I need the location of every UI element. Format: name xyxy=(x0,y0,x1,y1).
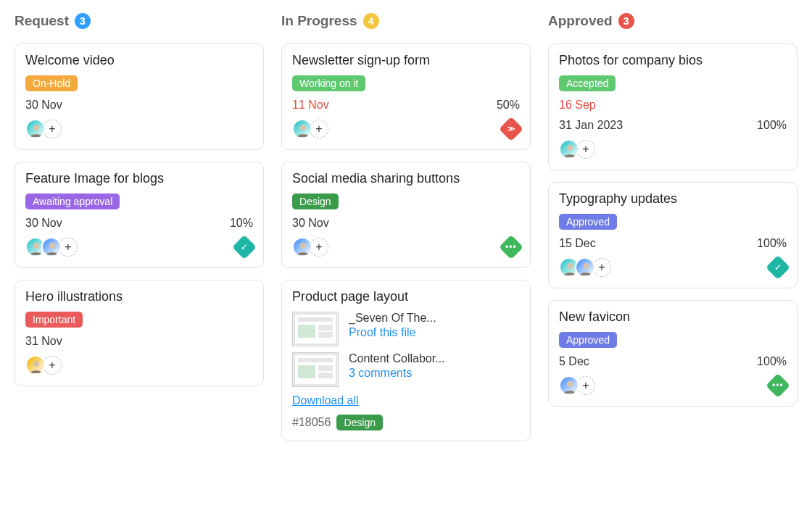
status-pill: Approved xyxy=(559,332,617,348)
assignees: + xyxy=(25,355,62,375)
card-date: 11 Nov xyxy=(292,99,329,112)
card-date-secondary: 31 Jan 2023 xyxy=(559,119,623,132)
svg-point-2 xyxy=(49,243,55,249)
avatar xyxy=(292,119,312,139)
status-pill: Important xyxy=(25,312,83,328)
card[interactable]: New faviconApproved 5 Dec 100% + ••• xyxy=(548,300,798,407)
column: Approved 3 Photos for company biosAccept… xyxy=(548,13,798,441)
card[interactable]: Typography updatesApproved 15 Dec 100% +… xyxy=(548,182,798,288)
assignees: + xyxy=(559,139,595,159)
svg-point-5 xyxy=(300,243,306,249)
card-date: 30 Nov xyxy=(292,217,329,230)
card-title: Hero illustrations xyxy=(25,289,253,304)
status-pill: On-Hold xyxy=(25,75,78,91)
column-title: In Progress xyxy=(281,13,357,29)
assignees: + xyxy=(25,119,62,139)
status-pill: Design xyxy=(336,415,383,430)
avatar xyxy=(292,237,312,257)
column-title: Approved xyxy=(548,13,613,29)
status-pill: Approved xyxy=(559,214,617,230)
column-count-badge: 3 xyxy=(75,13,91,29)
column-header: Approved 3 xyxy=(548,13,798,32)
card-date: 31 Nov xyxy=(25,335,62,348)
svg-point-3 xyxy=(33,361,39,367)
card-title: Feature Image for blogs xyxy=(25,171,253,186)
download-all-link[interactable]: Download all xyxy=(292,394,359,407)
attachment-thumb xyxy=(292,312,339,346)
status-pill: Design xyxy=(292,194,339,209)
svg-rect-7 xyxy=(298,317,333,322)
card-title: Social media sharing buttons xyxy=(292,171,520,186)
assignees: + xyxy=(559,375,595,396)
card-title: Newsletter sign-up form xyxy=(292,53,520,68)
column-header: Request 3 xyxy=(14,13,264,32)
avatar xyxy=(25,355,46,375)
column-title: Request xyxy=(14,13,69,29)
card[interactable]: Photos for company biosAccepted16 Sep 31… xyxy=(548,43,798,170)
card[interactable]: Product page layout _Seven Of The... Pro… xyxy=(281,280,531,441)
svg-rect-9 xyxy=(318,325,333,330)
svg-point-0 xyxy=(33,125,39,130)
svg-point-1 xyxy=(33,243,39,249)
card-title: Photos for company bios xyxy=(559,53,787,68)
status-pill: Awaiting approval xyxy=(25,194,120,209)
card[interactable]: Newsletter sign-up formWorking on it 11 … xyxy=(281,43,531,150)
card-meta: #18056 Design xyxy=(292,415,520,430)
card-date: 16 Sep xyxy=(559,99,787,112)
svg-rect-12 xyxy=(298,358,333,362)
svg-rect-13 xyxy=(298,365,315,378)
priority-icon: ≫ xyxy=(499,117,523,141)
attachments: _Seven Of The... Proof this file Content… xyxy=(292,312,520,387)
task-id: #18056 xyxy=(292,416,331,429)
card-date: 30 Nov xyxy=(25,99,62,112)
card-title: Product page layout xyxy=(292,289,520,304)
svg-rect-8 xyxy=(298,325,315,338)
progress-percent: 10% xyxy=(230,217,253,230)
progress-percent: 100% xyxy=(757,355,787,368)
attachment-name: Content Collabor... xyxy=(349,352,445,365)
card-title: Typography updates xyxy=(559,191,787,207)
priority-icon: ••• xyxy=(499,235,523,259)
avatar xyxy=(41,237,62,257)
progress-percent: 100% xyxy=(757,237,787,250)
column: In Progress 4 Newsletter sign-up formWor… xyxy=(281,13,531,441)
card[interactable]: Welcome videoOn-Hold 30 Nov + xyxy=(14,43,264,150)
assignees: + xyxy=(292,119,328,139)
attachment-link[interactable]: Proof this file xyxy=(349,326,436,339)
svg-rect-10 xyxy=(318,332,333,338)
column-count-badge: 3 xyxy=(618,13,634,29)
priority-wrap: ✓ xyxy=(236,238,253,256)
card-date: 5 Dec xyxy=(559,355,589,368)
priority-icon: ••• xyxy=(766,373,790,398)
card[interactable]: Social media sharing buttonsDesign 30 No… xyxy=(281,162,531,268)
attachment-name: _Seven Of The... xyxy=(349,312,436,325)
status-pill: Accepted xyxy=(559,75,616,91)
column: Request 3 Welcome videoOn-Hold 30 Nov + … xyxy=(14,13,264,441)
svg-point-4 xyxy=(300,125,306,130)
avatar xyxy=(575,257,595,278)
card[interactable]: Feature Image for blogsAwaiting approval… xyxy=(14,162,264,268)
card-date: 30 Nov xyxy=(25,217,62,230)
avatar xyxy=(559,375,579,396)
column-count-badge: 4 xyxy=(363,13,379,29)
svg-point-19 xyxy=(567,381,573,387)
svg-rect-15 xyxy=(318,373,333,378)
avatar xyxy=(559,139,579,159)
column-header: In Progress 4 xyxy=(281,13,531,32)
card-title: Welcome video xyxy=(25,53,253,68)
progress-percent: 100% xyxy=(757,119,787,132)
card[interactable]: Hero illustrationsImportant 31 Nov + xyxy=(14,280,264,386)
svg-point-17 xyxy=(567,263,573,269)
priority-wrap: ••• xyxy=(769,377,787,394)
attachment-thumb xyxy=(292,352,339,387)
priority-icon: ✓ xyxy=(766,255,790,280)
svg-rect-14 xyxy=(318,365,333,371)
attachment-row[interactable]: Content Collabor... 3 comments xyxy=(292,352,520,387)
svg-point-18 xyxy=(583,263,589,269)
assignees: + xyxy=(25,237,78,257)
card-title: New favicon xyxy=(559,309,787,325)
attachment-link[interactable]: 3 comments xyxy=(349,367,445,380)
attachment-row[interactable]: _Seven Of The... Proof this file xyxy=(292,312,520,346)
priority-wrap: ✓ xyxy=(769,259,787,276)
status-pill: Working on it xyxy=(292,75,365,91)
